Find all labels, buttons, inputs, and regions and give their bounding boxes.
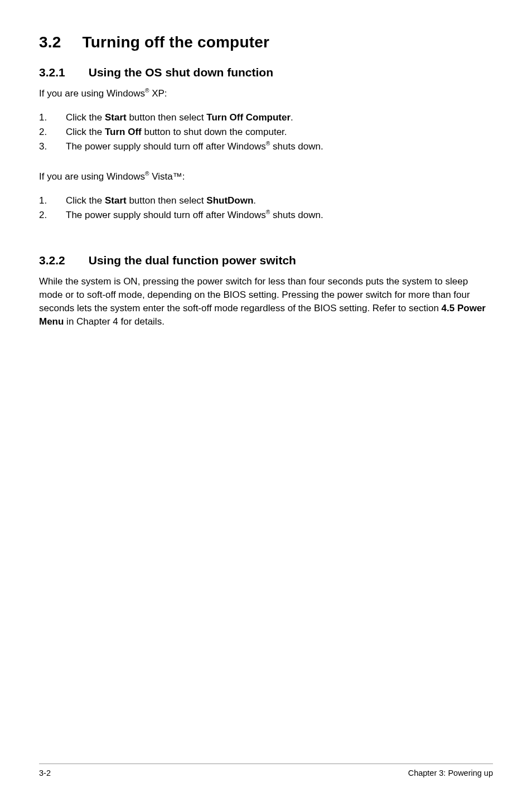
step-text: Click the Turn Off button to shut down t…	[66, 125, 493, 139]
list-item: 1. Click the Start button then select Sh…	[39, 194, 493, 208]
subsection-title-text: Using the dual function power switch	[89, 254, 296, 267]
subsection-heading: 3.2.2Using the dual function power switc…	[39, 254, 493, 267]
subsection-number: 3.2.2	[39, 254, 65, 267]
step-text: Click the Start button then select Turn …	[66, 110, 493, 125]
step-number: 3.	[39, 139, 66, 154]
steps-vista: 1. Click the Start button then select Sh…	[39, 194, 493, 223]
intro-vista-pre: If you are using Windows	[39, 171, 145, 182]
section-heading: 3.2Turning off the computer	[39, 33, 493, 51]
intro-xp-post: XP:	[149, 88, 167, 99]
step-text: The power supply should turn off after W…	[66, 139, 493, 154]
subsection-title-text: Using the OS shut down function	[89, 66, 273, 79]
step-text: The power supply should turn off after W…	[66, 208, 493, 223]
intro-xp: If you are using Windows® XP:	[39, 87, 493, 100]
list-item: 2. The power supply should turn off afte…	[39, 208, 493, 223]
step-text: Click the Start button then select ShutD…	[66, 194, 493, 208]
step-number: 1.	[39, 110, 66, 125]
section-number: 3.2	[39, 33, 61, 51]
para-dual-switch: While the system is ON, pressing the pow…	[39, 275, 493, 328]
list-item: 3. The power supply should turn off afte…	[39, 139, 493, 154]
step-number: 2.	[39, 125, 66, 139]
intro-vista: If you are using Windows® Vista™:	[39, 170, 493, 183]
list-item: 1. Click the Start button then select Tu…	[39, 110, 493, 125]
step-number: 1.	[39, 194, 66, 208]
intro-xp-pre: If you are using Windows	[39, 88, 145, 99]
step-number: 2.	[39, 208, 66, 223]
list-item: 2. Click the Turn Off button to shut dow…	[39, 125, 493, 139]
section-title-text: Turning off the computer	[83, 33, 270, 51]
subsection-heading: 3.2.1Using the OS shut down function	[39, 66, 493, 79]
footer-page-number: 3-2	[39, 769, 51, 777]
steps-xp: 1. Click the Start button then select Tu…	[39, 110, 493, 154]
subsection-number: 3.2.1	[39, 66, 65, 79]
intro-vista-post: Vista™:	[149, 171, 185, 182]
footer-chapter: Chapter 3: Powering up	[408, 769, 493, 777]
page-footer: 3-2 Chapter 3: Powering up	[39, 764, 493, 777]
